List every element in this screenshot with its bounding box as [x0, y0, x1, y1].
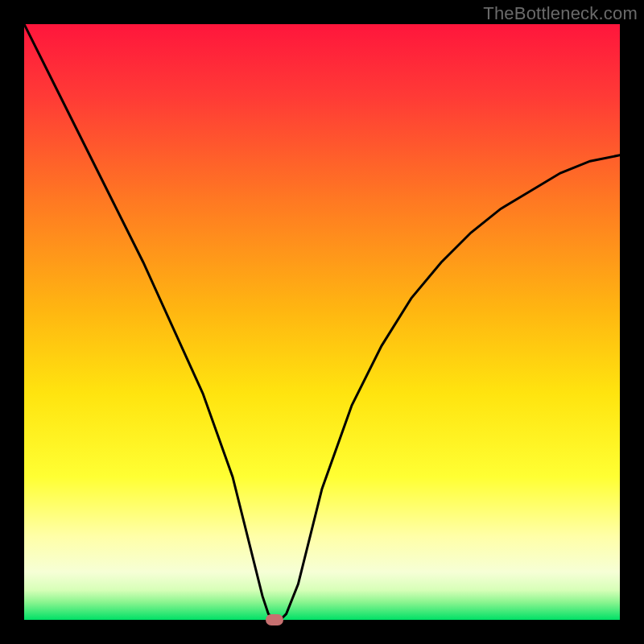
bottleneck-curve	[24, 24, 620, 620]
watermark-text: TheBottleneck.com	[483, 3, 638, 24]
chart-frame	[24, 24, 620, 620]
optimal-marker	[266, 614, 283, 625]
